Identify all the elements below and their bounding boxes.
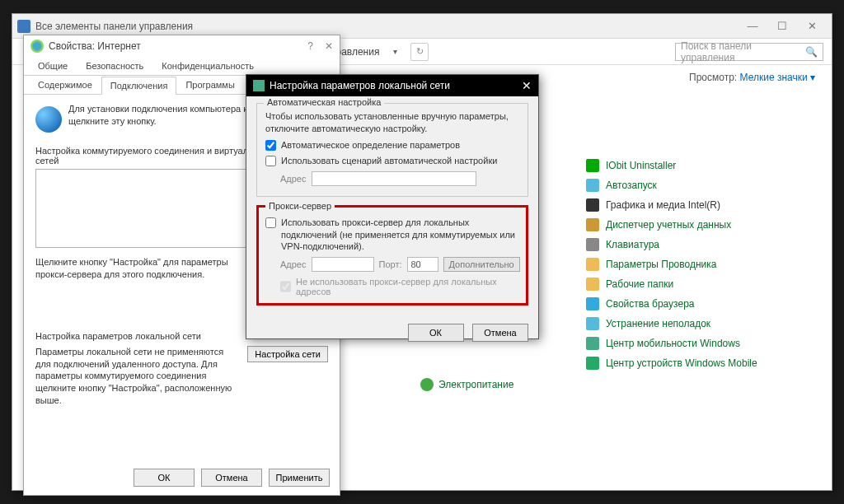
tab-security[interactable]: Безопасность <box>77 57 152 75</box>
port-label: Порт: <box>379 259 402 269</box>
ip-titlebar: Свойства: Интернет ? ✕ <box>24 35 340 57</box>
close-icon[interactable]: ✕ <box>797 16 827 36</box>
ip-title-text: Свойства: Интернет <box>49 40 141 52</box>
lan-hint: Параметры локальной сети не применяются … <box>35 346 239 407</box>
device-icon <box>586 357 599 370</box>
chevron-down-icon[interactable]: ▾ <box>386 47 404 56</box>
cp-window-controls: — ☐ ✕ <box>738 16 827 36</box>
cp-title: Все элементы панели управления <box>35 21 193 32</box>
help-icon[interactable]: ? <box>307 40 313 52</box>
close-icon[interactable]: ✕ <box>325 40 333 52</box>
globe-icon <box>35 106 62 133</box>
bypass-local-checkbox <box>280 277 291 296</box>
search-input[interactable]: Поиск в панели управления 🔍 <box>675 43 823 61</box>
proxy-use-check[interactable]: Использовать прокси-сервер для локальных… <box>265 217 519 252</box>
bypass-local-label: Не использовать прокси-сервер для локаль… <box>296 277 519 296</box>
cp-item[interactable]: Графика и медиа Intel(R) <box>584 195 807 215</box>
cp-item[interactable]: Диспетчер учетных данных <box>584 215 807 235</box>
auto-legend: Автоматическая настройка <box>264 97 384 107</box>
cp-item-label: Автозапуск <box>606 180 657 191</box>
chevron-down-icon[interactable]: ▾ <box>810 72 815 83</box>
script-address-input <box>312 171 476 186</box>
cp-item-label: Параметры Проводника <box>606 259 716 270</box>
proxy-use-checkbox[interactable] <box>265 217 276 228</box>
address-label: Адрес <box>280 259 307 269</box>
cp-item-label: Центр мобильности Windows <box>606 338 740 349</box>
tab-connections[interactable]: Подключения <box>101 77 177 95</box>
search-icon[interactable]: 🔍 <box>805 46 818 58</box>
cp-item-label: Устранение неполадок <box>606 318 710 329</box>
cp-item[interactable]: Рабочие папки <box>584 274 807 294</box>
cp-item-label: Графика и медиа Intel(R) <box>606 199 720 211</box>
cancel-button[interactable]: Отмена <box>472 324 528 342</box>
app-icon <box>586 198 599 212</box>
ok-button[interactable]: ОК <box>408 324 464 342</box>
auto-script-checkbox[interactable] <box>265 156 276 166</box>
power-icon <box>420 378 434 391</box>
globe-icon <box>30 40 44 53</box>
auto-detect-check[interactable]: Автоматическое определение параметров <box>265 139 519 151</box>
app-icon <box>586 179 599 192</box>
dial-hint: Щелкните кнопку "Настройка" для параметр… <box>35 256 241 282</box>
ip-tabs-row1: Общие Безопасность Конфиденциальность <box>24 57 340 76</box>
proxy-address-row: Адрес Порт: Дополнительно <box>280 257 519 272</box>
cancel-button[interactable]: Отмена <box>201 469 262 487</box>
proxy-use-label: Использовать прокси-сервер для локальных… <box>281 217 519 252</box>
proxy-address-input <box>312 257 374 272</box>
wrench-icon <box>586 317 599 330</box>
network-icon <box>253 80 265 91</box>
cp-item[interactable]: Центр мобильности Windows <box>584 334 807 353</box>
lan-dialog-buttons: ОК Отмена <box>246 320 538 342</box>
cp-item[interactable]: Устранение неполадок <box>584 314 807 334</box>
tab-programs[interactable]: Программы <box>176 76 243 94</box>
cp-item[interactable]: Клавиатура <box>584 235 807 254</box>
refresh-icon[interactable]: ↻ <box>410 43 429 61</box>
mobility-icon <box>586 337 599 350</box>
keyboard-icon <box>586 238 599 251</box>
script-address-row: Адрес <box>280 171 519 186</box>
globe-icon <box>586 297 599 310</box>
app-icon <box>586 159 599 172</box>
cp-items-list: IObit Uninstaller Автозапуск Графика и м… <box>584 156 807 373</box>
app-icon <box>586 218 599 231</box>
cp-item-label: Свойства браузера <box>606 298 695 310</box>
cp-item-label: IObit Uninstaller <box>606 160 676 171</box>
apply-button[interactable]: Применить <box>269 469 330 487</box>
lan-settings-button[interactable]: Настройка сети <box>247 346 328 362</box>
maximize-icon[interactable]: ☐ <box>767 16 797 36</box>
auto-script-check[interactable]: Использовать сценарий автоматической нас… <box>265 155 519 166</box>
tab-general[interactable]: Общие <box>29 57 77 75</box>
tab-content[interactable]: Содержимое <box>29 76 101 94</box>
cp-item[interactable]: Центр устройств Windows Mobile <box>584 353 807 373</box>
auto-config-group: Автоматическая настройка Чтобы использов… <box>256 103 528 197</box>
cp-item-label: Клавиатура <box>606 239 659 250</box>
address-label: Адрес <box>280 174 307 184</box>
cp-view-selector: Просмотр: Мелкие значки ▾ <box>689 72 815 83</box>
lan-settings-window: Настройка параметров локальной сети ✕ Ав… <box>246 74 539 339</box>
cp-item-label: Электропитание <box>438 379 513 390</box>
cp-item[interactable]: Автозапуск <box>584 175 807 195</box>
lan-title-text: Настройка параметров локальной сети <box>270 80 450 91</box>
cp-item[interactable]: IObit Uninstaller <box>584 156 807 175</box>
advanced-button: Дополнительно <box>443 257 520 272</box>
folder-icon <box>586 278 599 291</box>
cp-item[interactable]: Свойства браузера <box>584 294 807 314</box>
proxy-group: Прокси-сервер Использовать прокси-сервер… <box>256 205 528 306</box>
cp-item[interactable]: Электропитание <box>420 378 513 391</box>
tab-privacy[interactable]: Конфиденциальность <box>152 57 263 75</box>
search-placeholder: Поиск в панели управления <box>681 40 805 63</box>
ok-button[interactable]: ОК <box>134 469 195 487</box>
lan-body: Автоматическая настройка Чтобы использов… <box>246 96 538 320</box>
close-icon[interactable]: ✕ <box>522 79 532 92</box>
bypass-local-check: Не использовать прокси-сервер для локаль… <box>280 277 519 296</box>
ip-dialog-buttons: ОК Отмена Применить <box>134 469 330 487</box>
auto-script-label: Использовать сценарий автоматической нас… <box>281 155 497 166</box>
cp-item[interactable]: Параметры Проводника <box>584 254 807 274</box>
folder-icon <box>586 258 599 271</box>
cp-item-label: Диспетчер учетных данных <box>606 219 731 231</box>
cp-item-label: Рабочие папки <box>606 278 673 290</box>
view-value-link[interactable]: Мелкие значки <box>740 72 808 83</box>
minimize-icon[interactable]: — <box>738 16 767 36</box>
auto-detect-checkbox[interactable] <box>265 140 276 151</box>
auto-detect-label: Автоматическое определение параметров <box>281 139 460 151</box>
